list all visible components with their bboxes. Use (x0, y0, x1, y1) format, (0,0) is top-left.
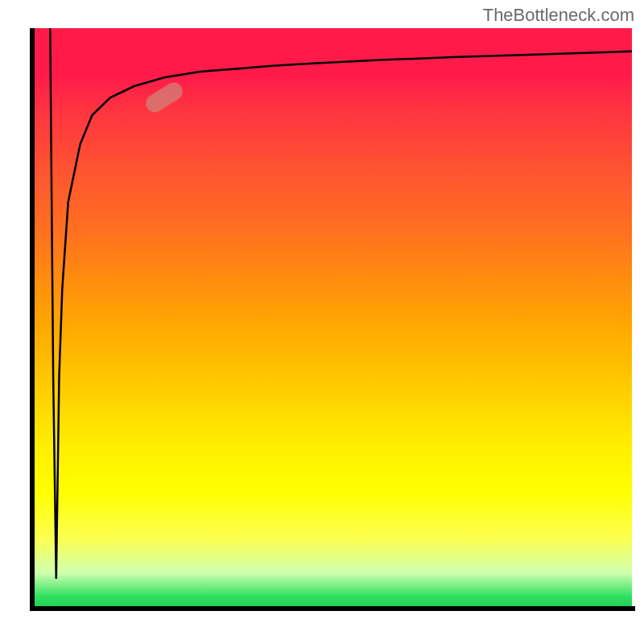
watermark-text: TheBottleneck.com (483, 5, 634, 26)
curve-line (32, 28, 632, 608)
chart-container: TheBottleneck.com (0, 0, 644, 644)
